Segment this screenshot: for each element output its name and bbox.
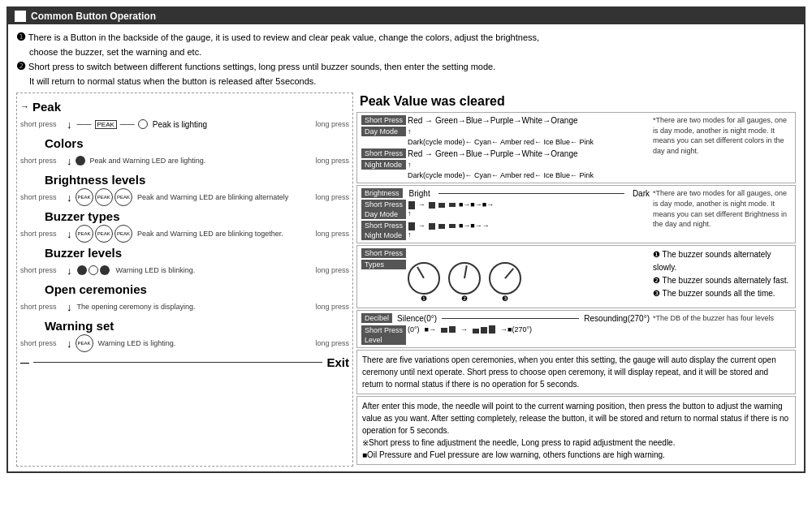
buzzer-icons: PEAK PEAK PEAK <box>76 225 132 243</box>
exit-line <box>33 362 322 363</box>
colors-day-flow: Red → Green→Blue→Purple→White→Orange <box>408 115 650 127</box>
buzzer-types-short-press: short press <box>20 230 65 238</box>
buzzer-levels-section-label: Buzzer levels <box>45 246 349 260</box>
colors-row: short press ↓ Peak and Warning LED are l… <box>20 152 349 170</box>
open-ceremonies-led-label: The opening ceremony is displaying. <box>77 303 196 311</box>
db-blocks-2 <box>473 325 495 334</box>
buzzer-info-3: ❸ The buzzer sounds all the time. <box>653 287 791 300</box>
colors-day-mode-row: Day Mode ↑Dark(cycle mode)← Cyan← Amber … <box>361 127 650 147</box>
main-container: Common Button Operation ❶ There is a But… <box>6 6 806 473</box>
peak-circle <box>138 119 148 129</box>
buzzer-types-row: short press ↓ PEAK PEAK PEAK Peak and Wa… <box>20 225 349 243</box>
main-grid: → Peak short press ↓ —— PEAK —— Peak is … <box>16 93 796 467</box>
decibel-inner: Decibel Silence(0°) Resounding(270°) Sho… <box>361 313 650 345</box>
decibel-level-row: Level <box>361 335 650 345</box>
buzzer-levels-row: short press ↓ Warning LED is blinking. l… <box>20 261 349 279</box>
peak-cleared-header: Peak Value was cleared <box>356 93 796 112</box>
gauge-3 <box>489 262 521 295</box>
decibel-header: Decibel Silence(0°) Resounding(270°) <box>361 313 650 323</box>
brightness-cell: Brightness Bright Dark Short Press → <box>356 185 796 243</box>
brightness-down-arrow: ↓ <box>67 191 72 204</box>
buzzer-levels-down-arrow: ↓ <box>67 265 72 277</box>
open-ceremonies-short-press: short press <box>20 303 65 311</box>
brightness-night-mode-row: Night Mode ↑ <box>361 230 650 240</box>
colors-long-press: long press <box>315 157 349 165</box>
colors-down-arrow: ↓ <box>67 155 72 167</box>
brightness-section-label: Brightness levels <box>45 173 349 187</box>
gauge-row: ❶ ❷ <box>408 262 650 303</box>
gauge-1-container: ❶ <box>408 262 440 303</box>
buzzer-types-section-label: Buzzer types <box>45 209 349 223</box>
colors-cell-inner: Short Press Red → Green→Blue→Purple→Whit… <box>361 115 650 180</box>
content-area: ❶ There is a Button in the backside of t… <box>8 24 804 471</box>
warning-text-3: ■Oil Pressure and Fuel pressure are low … <box>362 449 790 461</box>
peak-down-arrow: ↓ <box>67 118 72 131</box>
colors-short-press-badge: Short Press <box>361 115 406 125</box>
brightness-night-mode-content: ↑ <box>408 230 650 239</box>
brightness-short-press: short press <box>20 193 65 201</box>
exit-label: Exit <box>326 355 349 369</box>
decibel-silence: Silence(0°) <box>397 314 437 323</box>
intro-block: ❶ There is a Button in the backside of t… <box>16 29 796 88</box>
decibel-cell: Decibel Silence(0°) Resounding(270°) Sho… <box>356 310 796 348</box>
brightness-day-mode-content: ↑ <box>408 209 650 217</box>
warning-text-2: ※Short press to fine adjustment the need… <box>362 437 790 449</box>
buzzer-types-badge: Types <box>361 260 406 269</box>
buzzer-types-led-label: Peak and Warning LED are blinking togeth… <box>137 230 283 238</box>
buzzer-levels-long-press: long press <box>315 266 349 274</box>
colors-day-mode-badge: Day Mode <box>361 127 406 136</box>
brightness-night-press-badge: Short Press <box>361 221 406 230</box>
peak-long-press: long press <box>315 120 349 128</box>
gauge-2 <box>448 262 481 295</box>
brightness-cell-inner: Brightness Bright Dark Short Press → <box>361 188 650 240</box>
gauge-1-needle <box>417 267 424 279</box>
warning-set-long-press: long press <box>315 339 349 347</box>
intro-line1: ❶ There is a Button in the backside of t… <box>16 29 796 45</box>
brightness-long-press: long press <box>315 193 349 201</box>
peak-short-press: short press <box>20 120 65 128</box>
peak-section-label: Peak <box>32 100 61 114</box>
buzzer-types-row2: Types ❶ <box>361 260 650 305</box>
peak-lighting-label: Peak is lighting <box>153 120 207 129</box>
gauge-2-needle <box>464 265 467 278</box>
brightness-night-row: Short Press → ■→■→→ <box>361 221 650 230</box>
brightness-day-mode-row: Day Mode ↑ <box>361 209 650 219</box>
title-icon <box>15 11 26 22</box>
warning-set-row: short press ↓ PEAK Warning LED is lighti… <box>20 334 349 352</box>
gauge-2-label: ❷ <box>448 295 481 303</box>
brightness-row: short press ↓ PEAK PEAK PEAK Peak and Wa… <box>20 188 349 206</box>
open-ceremonies-cell: There are five variations open ceremonie… <box>356 350 796 394</box>
buzzer-types-inner: Short Press Types ❶ <box>361 248 650 305</box>
buzzer-short-press-row: Short Press <box>361 248 650 258</box>
intro-line3: ❷ Short press to switch between differen… <box>16 58 796 75</box>
brightness-label-badge: Brightness <box>361 188 403 198</box>
warning-set-section-label: Warning set <box>45 319 349 333</box>
intro-line2: choose the buzzer, set the warning and e… <box>16 45 796 59</box>
gauge-3-needle <box>504 269 513 279</box>
gauge-1 <box>408 262 440 295</box>
colors-night-flow: Red → Green→Blue→Purple→White→Orange <box>408 148 650 160</box>
gauge-3-container: ❸ <box>489 262 521 303</box>
colors-cell: Short Press Red → Green→Blue→Purple→Whit… <box>356 112 796 183</box>
warning-set-down-arrow: ↓ <box>67 338 72 350</box>
colors-night-mode-row: Night Mode ↑Dark(cycle mode)← Cyan← Ambe… <box>361 160 650 180</box>
open-ceremonies-down-arrow: ↓ <box>67 301 72 313</box>
buzzer-levels-led-label: Warning LED is blinking. <box>116 266 196 274</box>
brightness-dark: Dark <box>633 189 650 198</box>
colors-day-cycle: ↑Dark(cycle mode)← Cyan← Amber red← Ice … <box>408 127 650 147</box>
colors-section-label: Colors <box>45 136 349 150</box>
right-column: Peak Value was cleared Short Press Red →… <box>356 93 796 467</box>
warning-set-icons: PEAK <box>76 334 93 352</box>
peak-row: short press ↓ —— PEAK —— Peak is lightin… <box>20 115 349 133</box>
brightness-day-mode-badge: Day Mode <box>361 209 406 219</box>
decibel-note: *The DB of the buzzer has four levels <box>653 313 791 345</box>
peak-line: —— <box>77 120 92 128</box>
buzzer-levels-leds <box>77 265 110 275</box>
peak-cleared-label: Peak Value was cleared <box>360 94 505 108</box>
open-ceremonies-text: There are five variations open ceremonie… <box>362 355 776 389</box>
warning-text-1: After enter this mode, the needle will p… <box>362 400 790 437</box>
peak-header-row: → Peak <box>20 97 349 115</box>
buzzer-info: ❶ The buzzer sounds alternately slowly. … <box>653 248 791 305</box>
gauge-1-label: ❶ <box>408 295 440 303</box>
open-ceremonies-long-press: long press <box>315 303 349 311</box>
